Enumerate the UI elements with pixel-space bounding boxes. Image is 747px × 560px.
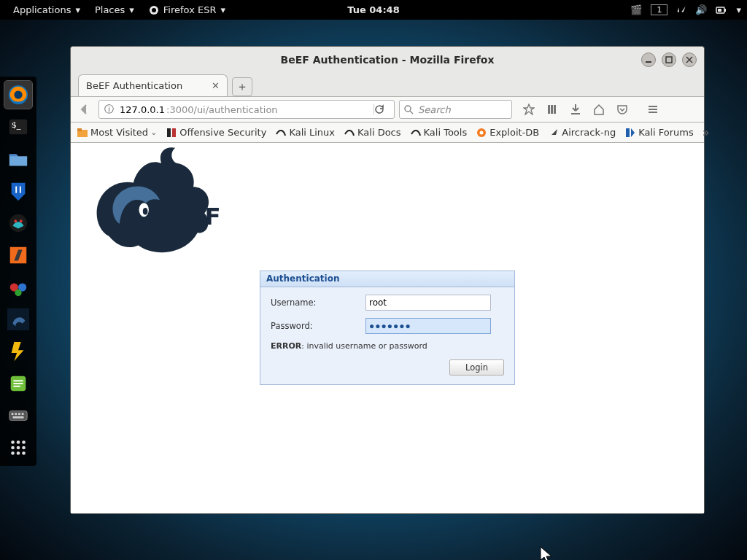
- bookmark-label: Aircrack-ng: [562, 127, 616, 138]
- dock-beef[interactable]: [4, 306, 32, 333]
- error-label-rest: : invalid username or password: [301, 341, 427, 351]
- bookmark-exploit-db[interactable]: Exploit-DB: [476, 127, 539, 139]
- new-tab-button[interactable]: ＋: [232, 77, 252, 96]
- bookmark-label: Kali Docs: [357, 127, 401, 138]
- password-label: Password:: [271, 321, 365, 331]
- window-close-button[interactable]: [682, 52, 697, 67]
- url-host: 127.0.0.1: [118, 104, 166, 115]
- svg-rect-48: [626, 128, 630, 137]
- places-menu[interactable]: Places ▾: [88, 4, 142, 15]
- home-button[interactable]: [589, 100, 608, 119]
- svg-rect-24: [18, 413, 20, 415]
- svg-point-10: [14, 219, 17, 222]
- gnome-dock: $_: [0, 77, 36, 466]
- svg-point-33: [11, 451, 15, 455]
- bookmark-kali-docs[interactable]: Kali Docs: [344, 127, 401, 139]
- bookmarks-bar: Most Visited ⌄ Offensive Security Kali L…: [71, 122, 704, 143]
- svg-rect-23: [15, 413, 17, 415]
- dock-faraday[interactable]: [4, 338, 32, 365]
- browser-toolbar: ⓘ 127.0.0.1:3000/ui/authentication Searc…: [71, 96, 704, 122]
- svg-point-11: [20, 219, 23, 222]
- bookmark-kali-tools[interactable]: Kali Tools: [410, 127, 468, 139]
- reload-button[interactable]: [374, 104, 394, 114]
- chevron-down-icon: ▾: [75, 4, 80, 15]
- bookmark-label: Exploit-DB: [489, 127, 539, 138]
- bookmark-offensive-security[interactable]: Offensive Security: [166, 127, 266, 139]
- beef-logo-text: BeEF: [155, 203, 221, 230]
- applications-label: Applications: [13, 4, 71, 15]
- error-label-bold: ERROR: [271, 341, 301, 351]
- bookmark-star-button[interactable]: [519, 100, 538, 119]
- bookmark-kali-forums[interactable]: Kali Forums: [624, 127, 694, 139]
- hamburger-menu-button[interactable]: [643, 100, 662, 119]
- dock-terminal[interactable]: $_: [4, 113, 32, 141]
- svg-text:$_: $_: [12, 120, 21, 130]
- tab-strip: BeEF Authentication ✕ ＋: [71, 73, 704, 96]
- firefox-icon: [149, 5, 159, 15]
- svg-point-38: [405, 106, 411, 112]
- dock-keyboard[interactable]: [4, 402, 32, 429]
- downloads-button[interactable]: [566, 100, 585, 119]
- window-maximize-button[interactable]: [662, 52, 676, 67]
- gnome-top-bar: Applications ▾ Places ▾ Firefox ESR ▾ Tu…: [0, 0, 747, 20]
- svg-rect-39: [548, 105, 550, 114]
- svg-rect-43: [77, 128, 82, 131]
- beef-logo: BeEF: [71, 143, 704, 257]
- workspace-indicator[interactable]: 1: [651, 4, 667, 15]
- forums-icon: [624, 127, 636, 139]
- bookmark-label: Most Visited: [90, 127, 148, 138]
- svg-rect-3: [724, 9, 726, 12]
- svg-rect-37: [666, 57, 672, 63]
- clock[interactable]: Tue 04:48: [347, 4, 399, 15]
- login-button[interactable]: Login: [449, 359, 504, 376]
- svg-rect-22: [12, 413, 14, 415]
- username-input[interactable]: [365, 295, 491, 311]
- dock-recorder[interactable]: [4, 273, 32, 301]
- svg-rect-41: [554, 105, 556, 114]
- site-info-icon[interactable]: ⓘ: [99, 103, 118, 116]
- search-bar[interactable]: Search: [399, 100, 512, 119]
- bookmark-kali-linux[interactable]: Kali Linux: [275, 127, 335, 139]
- address-bar[interactable]: ⓘ 127.0.0.1:3000/ui/authentication: [98, 100, 395, 119]
- library-button[interactable]: [543, 100, 562, 119]
- dock-files[interactable]: [4, 145, 32, 173]
- window-titlebar[interactable]: BeEF Authentication - Mozilla Firefox: [71, 47, 704, 73]
- dock-burpsuite[interactable]: [4, 241, 32, 269]
- bookmark-label: Offensive Security: [179, 127, 266, 138]
- applications-menu[interactable]: Applications ▾: [6, 4, 88, 15]
- pocket-button[interactable]: [613, 100, 632, 119]
- dock-firefox[interactable]: [4, 81, 32, 109]
- tab-close-button[interactable]: ✕: [212, 80, 220, 91]
- auth-panel-title: Authentication: [260, 271, 514, 287]
- dock-activities[interactable]: [4, 434, 32, 462]
- svg-point-31: [17, 446, 20, 450]
- places-label: Places: [95, 4, 125, 15]
- dock-armitage[interactable]: [4, 209, 32, 237]
- exploitdb-icon: [476, 127, 487, 139]
- bookmark-most-visited[interactable]: Most Visited ⌄: [77, 127, 157, 139]
- auth-panel: Authentication Username: Password: ERROR…: [260, 271, 515, 385]
- volume-icon[interactable]: 🔊: [695, 4, 707, 15]
- kali-icon: [344, 127, 355, 139]
- search-icon: [404, 105, 414, 114]
- dock-notes[interactable]: [4, 370, 32, 397]
- bookmark-aircrack[interactable]: Aircrack-ng: [548, 127, 616, 139]
- mouse-cursor-icon: [540, 546, 553, 560]
- back-button[interactable]: [75, 100, 94, 119]
- dock-metasploit[interactable]: [4, 177, 32, 205]
- active-app-menu[interactable]: Firefox ESR ▾: [142, 4, 233, 15]
- active-app-label: Firefox ESR: [163, 4, 217, 15]
- svg-rect-45: [172, 128, 176, 137]
- svg-rect-44: [167, 128, 171, 137]
- window-minimize-button[interactable]: [641, 52, 656, 67]
- network-icon[interactable]: [676, 5, 686, 15]
- password-input[interactable]: [365, 318, 491, 334]
- offensive-security-icon: [166, 127, 177, 139]
- chevron-down-icon: ⌄: [150, 128, 157, 137]
- bookmarks-overflow-button[interactable]: »: [703, 125, 710, 139]
- video-icon[interactable]: 🎬: [630, 4, 642, 15]
- bookmark-label: Kali Forums: [638, 127, 694, 138]
- page-content: BeEF Authentication Username: Password: …: [71, 143, 704, 513]
- browser-tab[interactable]: BeEF Authentication ✕: [78, 74, 228, 96]
- battery-icon[interactable]: [716, 6, 727, 15]
